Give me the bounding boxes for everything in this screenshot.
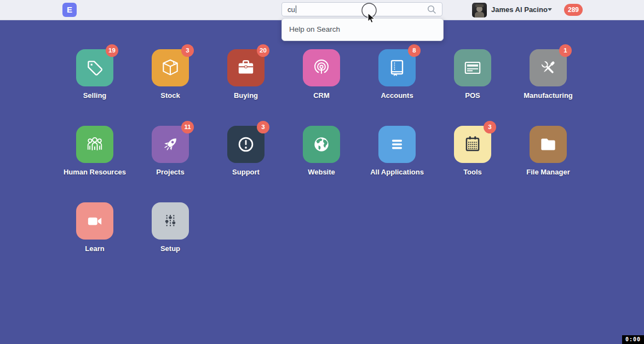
module-manufacturing[interactable]: 1 Manufacturing — [510, 49, 586, 100]
app-logo[interactable]: E — [62, 3, 77, 17]
module-label: Accounts — [359, 91, 435, 100]
module-tools[interactable]: 3 Tools — [434, 126, 511, 176]
module-label: Selling — [56, 91, 133, 100]
search-input[interactable]: cu — [281, 2, 442, 16]
module-label: Support — [208, 168, 284, 176]
icon-wrap — [303, 49, 340, 86]
recording-timer: 0:00 — [622, 335, 644, 344]
notification-count-badge[interactable]: 289 — [564, 4, 583, 16]
text-caret — [296, 5, 296, 13]
module-file-manager[interactable]: File Manager — [510, 126, 586, 176]
module-selling[interactable]: 19 Selling — [56, 49, 133, 100]
module-badge: 3 — [181, 44, 194, 57]
icon-wrap: 20 — [227, 49, 264, 86]
sliders-icon[interactable] — [152, 202, 189, 240]
module-label: Buying — [208, 91, 284, 100]
icon-wrap — [378, 126, 416, 163]
module-human-resources[interactable]: Human Resources — [56, 126, 133, 176]
broadcast-person-icon[interactable] — [303, 49, 340, 86]
icon-wrap: 3 — [454, 126, 491, 163]
video-camera-icon[interactable] — [76, 202, 113, 240]
module-support[interactable]: 3 Support — [208, 126, 284, 176]
icon-wrap: 19 — [76, 49, 113, 86]
icon-wrap: 11 — [152, 126, 189, 163]
credit-card-icon[interactable] — [454, 49, 491, 86]
module-stock[interactable]: 3 Stock — [132, 49, 209, 100]
module-setup[interactable]: Setup — [132, 202, 209, 253]
icon-wrap: 3 — [152, 49, 189, 86]
user-avatar[interactable] — [472, 3, 487, 18]
module-label: Stock — [132, 91, 209, 100]
module-learn[interactable]: Learn — [56, 202, 133, 253]
globe-icon[interactable] — [303, 126, 340, 163]
icon-wrap: 8 — [378, 49, 416, 86]
module-label: Human Resources — [56, 168, 133, 176]
people-icon[interactable] — [76, 126, 113, 163]
module-badge: 3 — [257, 121, 269, 133]
module-badge: 8 — [408, 44, 421, 57]
module-label: POS — [434, 91, 511, 100]
module-website[interactable]: Website — [283, 126, 360, 176]
module-label: Manufacturing — [510, 91, 586, 100]
icon-wrap — [454, 49, 491, 86]
icon-wrap — [152, 202, 189, 240]
menu-icon[interactable] — [378, 126, 416, 163]
module-label: CRM — [283, 91, 360, 100]
help-on-search-item[interactable]: Help on Search — [282, 19, 443, 40]
module-label: Learn — [56, 244, 133, 253]
module-projects[interactable]: 11 Projects — [132, 126, 209, 176]
top-navbar: E cu James Al Pacino 289 — [0, 0, 644, 20]
icon-wrap — [303, 126, 340, 163]
module-accounts[interactable]: 8 Accounts — [359, 49, 435, 100]
folder-icon[interactable] — [530, 126, 567, 163]
search-dropdown: Help on Search — [281, 18, 444, 41]
icon-wrap: 1 — [530, 49, 567, 86]
desk-screen: E cu James Al Pacino 289 Help on Search — [0, 0, 644, 344]
module-pos[interactable]: POS — [434, 49, 511, 100]
module-label: Setup — [132, 244, 209, 253]
icon-wrap — [76, 126, 113, 163]
module-crm[interactable]: CRM — [283, 49, 360, 100]
icon-wrap — [530, 126, 567, 163]
icon-wrap — [76, 202, 113, 240]
search-value: cu — [288, 5, 295, 14]
module-all-applications[interactable]: All Applications — [359, 126, 435, 176]
module-badge: 1 — [559, 44, 572, 57]
module-label: Projects — [132, 168, 209, 176]
search-icon[interactable] — [427, 4, 436, 14]
module-buying[interactable]: 20 Buying — [208, 49, 284, 100]
icon-wrap: 3 — [227, 126, 264, 163]
module-badge: 20 — [257, 44, 269, 57]
module-badge: 19 — [106, 44, 118, 57]
module-label: Tools — [434, 168, 511, 176]
module-label: Website — [283, 168, 360, 176]
user-menu[interactable]: James Al Pacino — [491, 5, 548, 14]
module-label: File Manager — [510, 168, 586, 176]
chevron-down-icon[interactable] — [548, 8, 552, 11]
module-badge: 11 — [181, 121, 194, 133]
module-label: All Applications — [359, 168, 435, 176]
module-badge: 3 — [484, 121, 496, 133]
